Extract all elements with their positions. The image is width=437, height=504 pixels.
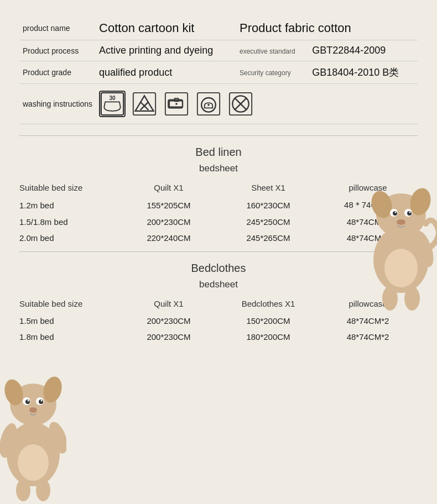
svg-point-27: [409, 212, 411, 213]
bc-cell-pillowcase-1: 48*74CM*2: [318, 329, 418, 345]
bc-col-header-quilt: Quilt X1: [119, 296, 218, 313]
dry-clean-svg: [196, 92, 221, 116]
bedclothes-subtitle: bedsheet: [19, 279, 418, 290]
svg-point-32: [404, 286, 420, 311]
no-bleach-icon: [131, 91, 158, 117]
wash-temp-svg: 30: [100, 92, 124, 116]
bed-linen-row-0: 1.2m bed 155*205CM 160*230CM 48＊74CM*1: [19, 197, 418, 214]
svg-point-26: [395, 212, 397, 213]
dog-right-svg: [365, 160, 437, 315]
svg-point-10: [175, 103, 178, 105]
svg-point-47: [16, 479, 30, 501]
dog-decoration-left: [0, 349, 66, 504]
col-header-bed-size: Suitable bed size: [19, 180, 119, 197]
product-grade-label: Product grade: [19, 61, 96, 84]
bc-cell-bedclothes-0: 150*200CM: [218, 313, 318, 329]
bc-cell-bed-size-0: 1.5m bed: [19, 313, 119, 329]
bedclothes-row-0: 1.5m bed 200*230CM 150*200CM 48*74CM*2: [19, 313, 418, 329]
svg-point-31: [382, 286, 398, 311]
washing-label: washing instructions: [19, 84, 96, 124]
cell-sheet-2: 245*265CM: [218, 230, 318, 246]
bc-col-header-bedclothes: Bedclothes X1: [218, 296, 318, 313]
bc-cell-quilt-1: 200*230CM: [119, 329, 218, 345]
no-bleach-svg: [132, 92, 157, 116]
bed-linen-table: Suitable bed size Quilt X1 Sheet X1 pill…: [19, 180, 418, 246]
svg-point-28: [397, 219, 405, 225]
iron-svg: [164, 92, 189, 116]
washing-icons-cell: 30: [96, 84, 418, 124]
main-container: product name Cotton cartoon kit Product …: [19, 0, 418, 345]
cell-sheet-1: 245*250CM: [218, 214, 318, 230]
product-fabric-value: Product fabric cotton: [236, 17, 418, 40]
no-tumble-svg: [228, 92, 253, 116]
col-header-quilt: Quilt X1: [119, 180, 218, 197]
section-divider-1: [19, 135, 418, 136]
iron-icon: [163, 91, 190, 117]
cell-bed-size-1: 1.5/1.8m bed: [19, 214, 119, 230]
svg-point-13: [207, 104, 210, 106]
security-category-label: Security category: [236, 61, 309, 84]
dry-clean-icon: [195, 91, 222, 117]
bc-cell-bed-size-1: 1.8m bed: [19, 329, 119, 345]
product-grade-value: qualified product: [96, 61, 236, 84]
bc-cell-quilt-0: 200*230CM: [119, 313, 218, 329]
bc-cell-pillowcase-0: 48*74CM*2: [318, 313, 418, 329]
product-process-value: Active printing and dyeing: [96, 40, 236, 61]
dog-left-svg: [0, 349, 66, 504]
bedclothes-title: Bedclothes: [19, 262, 418, 275]
executive-standard-label: executive standard: [236, 40, 309, 61]
svg-point-30: [384, 249, 418, 287]
bedclothes-row-1: 1.8m bed 200*230CM 180*200CM 48*74CM*2: [19, 329, 418, 345]
security-category-value: GB18404-2010 B类: [309, 61, 418, 84]
washing-row: washing instructions 30: [19, 84, 418, 124]
section-divider-2: [19, 251, 418, 252]
cell-sheet-0: 160*230CM: [218, 197, 318, 214]
bed-linen-row-1: 1.5/1.8m bed 200*230CM 245*250CM 48*74CM…: [19, 214, 418, 230]
cell-quilt-2: 220*240CM: [119, 230, 218, 246]
bed-linen-title: Bed linen: [19, 146, 418, 159]
svg-text:30: 30: [109, 95, 116, 101]
bed-linen-header-row: Suitable bed size Quilt X1 Sheet X1 pill…: [19, 180, 418, 197]
product-name-label: product name: [19, 17, 96, 40]
product-table: product name Cotton cartoon kit Product …: [19, 17, 418, 124]
bc-col-header-bed-size: Suitable bed size: [19, 296, 119, 313]
svg-marker-3: [136, 96, 154, 111]
cell-bed-size-2: 2.0m bed: [19, 230, 119, 246]
wash-temp-icon: 30: [99, 91, 126, 117]
cell-quilt-1: 200*230CM: [119, 214, 218, 230]
bed-linen-subtitle: bedsheet: [19, 163, 418, 174]
cell-bed-size-0: 1.2m bed: [19, 197, 119, 214]
cell-quilt-0: 155*205CM: [119, 197, 218, 214]
bedclothes-table: Suitable bed size Quilt X1 Bedclothes X1…: [19, 296, 418, 345]
bed-linen-row-2: 2.0m bed 220*240CM 245*265CM 48*74CM*2: [19, 230, 418, 246]
bc-cell-bedclothes-1: 180*200CM: [218, 329, 318, 345]
svg-point-48: [36, 479, 50, 501]
no-tumble-icon: [227, 91, 254, 117]
svg-point-41: [28, 400, 29, 402]
product-grade-row: Product grade qualified product Security…: [19, 61, 418, 84]
svg-point-44: [18, 444, 49, 481]
svg-point-42: [41, 400, 43, 402]
bedclothes-header-row: Suitable bed size Quilt X1 Bedclothes X1…: [19, 296, 418, 313]
product-name-row: product name Cotton cartoon kit Product …: [19, 17, 418, 40]
dog-decoration-right: [365, 160, 437, 315]
svg-point-43: [29, 407, 37, 413]
product-name-value: Cotton cartoon kit: [96, 17, 236, 40]
col-header-sheet: Sheet X1: [218, 180, 318, 197]
executive-standard-value: GBT22844-2009: [309, 40, 418, 61]
product-process-row: Product process Active printing and dyei…: [19, 40, 418, 61]
product-process-label: Product process: [19, 40, 96, 61]
washing-icons: 30: [99, 91, 414, 117]
